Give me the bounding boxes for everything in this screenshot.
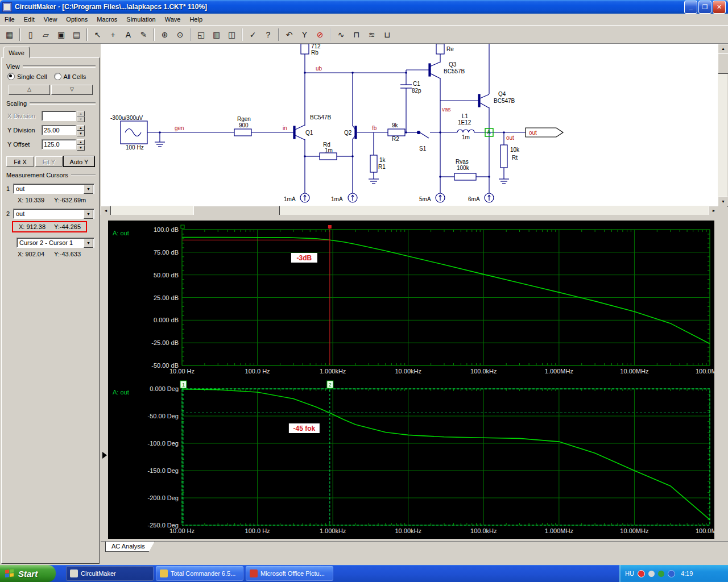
x-division-spinner[interactable]: ▲▼ bbox=[77, 111, 85, 121]
close-button[interactable]: ✕ bbox=[713, 1, 726, 14]
restore-button[interactable]: ❐ bbox=[698, 1, 712, 14]
part-browser-icon[interactable]: ▦ bbox=[2, 27, 17, 42]
volume-icon[interactable] bbox=[648, 571, 655, 577]
pulse-wave-icon[interactable]: ⊔ bbox=[379, 27, 395, 42]
x-tick-label: 10.00kHz bbox=[395, 368, 421, 375]
taskbar-clock[interactable]: 4:19 bbox=[681, 570, 693, 577]
menu-options[interactable]: Options bbox=[61, 14, 92, 24]
menu-simulation[interactable]: Simulation bbox=[122, 14, 160, 24]
start-button[interactable]: Start bbox=[0, 565, 56, 582]
x-division-input[interactable] bbox=[42, 111, 76, 121]
new-icon[interactable]: ▯ bbox=[23, 27, 38, 42]
menu-view[interactable]: View bbox=[39, 14, 62, 24]
zoom-fit-icon[interactable]: ▥ bbox=[209, 27, 224, 42]
y-tick-label: 75.00 dB bbox=[154, 249, 179, 256]
scroll-up-icon[interactable]: ▲ bbox=[718, 44, 728, 54]
y-offset-spinner[interactable]: ▲▼ bbox=[77, 139, 85, 149]
split-view-icon[interactable]: ◫ bbox=[224, 27, 239, 42]
stop-icon[interactable]: ⊘ bbox=[312, 27, 328, 42]
antivirus-icon[interactable] bbox=[638, 570, 645, 577]
schematic-label: 5mA bbox=[419, 196, 431, 202]
y-tick-label: 0.000 dB bbox=[154, 317, 179, 323]
y-tick-label: 0.000 Deg bbox=[150, 385, 179, 392]
x-tick-label: 1.000kHz bbox=[320, 527, 346, 534]
annotation-label: -45 fok bbox=[293, 425, 316, 433]
y-division-spinner[interactable]: ▲▼ bbox=[77, 125, 85, 135]
cursor-diff-select[interactable]: Cursor 2 - Cursor 1 ▼ bbox=[16, 238, 94, 248]
menu-macros[interactable]: Macros bbox=[92, 14, 122, 24]
wave-up-button[interactable]: △ bbox=[9, 85, 50, 95]
wire-tool-icon[interactable]: ✎ bbox=[136, 27, 151, 42]
print-icon[interactable]: ▤ bbox=[69, 27, 84, 42]
radio-single-cell[interactable] bbox=[7, 73, 15, 80]
schematic-vscrollbar[interactable]: ▲ ▼ bbox=[718, 44, 727, 206]
menu-wave[interactable]: Wave bbox=[160, 14, 185, 24]
chevron-down-icon[interactable]: ▼ bbox=[84, 210, 93, 219]
cursor2-readout-highlight: X: 912.38 Y:-44.265 bbox=[12, 221, 87, 232]
digital-wave-icon[interactable]: ⊓ bbox=[349, 27, 364, 42]
analog-wave-icon[interactable]: ∿ bbox=[333, 27, 349, 42]
schematic-label: BC547B bbox=[310, 114, 332, 120]
place-part-icon[interactable]: + bbox=[105, 27, 121, 42]
schematic-label: gen bbox=[175, 125, 184, 131]
menu-help[interactable]: Help bbox=[185, 14, 207, 24]
mixed-wave-icon[interactable]: ≋ bbox=[364, 27, 379, 42]
y-offset-label: Y Offset bbox=[7, 141, 42, 148]
run-check-icon[interactable]: ✓ bbox=[245, 27, 260, 42]
fit-y-button[interactable]: Fit Y bbox=[35, 156, 63, 167]
schematic-label: 1mA bbox=[331, 196, 343, 202]
y-tick-label: -150.0 Deg bbox=[148, 467, 179, 474]
y-division-input[interactable]: 25.00 bbox=[42, 125, 76, 135]
task-button-total-commander[interactable]: Total Commander 6.5... bbox=[156, 566, 243, 581]
x-tick-label: 10.00MHz bbox=[620, 368, 648, 375]
schematic-label: vas bbox=[442, 106, 451, 113]
fit-x-button[interactable]: Fit X bbox=[6, 156, 34, 167]
x-tick-label: 100.0kHz bbox=[470, 527, 497, 534]
schematic-canvas[interactable]: 712RbubReQ3BC557BC182pQ4BC547BvasL11E121… bbox=[101, 44, 718, 206]
open-icon[interactable]: ▱ bbox=[38, 27, 53, 42]
cursor1-signal-select[interactable]: out ▼ bbox=[13, 184, 94, 194]
schematic-label: Q3 bbox=[449, 61, 457, 68]
cursor1-index: 1 bbox=[6, 185, 13, 192]
wave-down-button[interactable]: ▽ bbox=[51, 85, 93, 95]
waveform-canvas[interactable]: 10.00 Hz100.0 Hz1.000kHz10.00kHz100.0kHz… bbox=[108, 221, 714, 539]
schematic-label: Rt bbox=[512, 155, 518, 161]
radio-all-cells[interactable] bbox=[54, 73, 61, 80]
cursor-handle[interactable] bbox=[328, 225, 332, 228]
vscroll-thumb[interactable] bbox=[718, 53, 728, 74]
chevron-down-icon[interactable]: ▼ bbox=[84, 239, 93, 248]
zoom-window-icon[interactable]: ◱ bbox=[193, 27, 209, 42]
schematic-label: C1 bbox=[413, 81, 420, 87]
menu-edit[interactable]: Edit bbox=[19, 14, 39, 24]
save-icon[interactable]: ▣ bbox=[53, 27, 69, 42]
schematic-hscrollbar[interactable]: ◄ ► bbox=[101, 206, 718, 215]
signal-label: A: out bbox=[113, 389, 129, 396]
messenger-icon[interactable] bbox=[668, 570, 675, 577]
select-tool-icon[interactable]: ↖ bbox=[90, 27, 105, 42]
probe-tool-icon[interactable]: Y bbox=[297, 27, 312, 42]
minimize-button[interactable]: _ bbox=[684, 1, 697, 14]
schematic-label: A bbox=[487, 129, 491, 135]
tab-ac-analysis[interactable]: AC Analysis bbox=[105, 542, 155, 552]
tab-wave[interactable]: Wave bbox=[3, 47, 30, 58]
text-tool-icon[interactable]: A bbox=[121, 27, 136, 42]
menu-file[interactable]: File bbox=[0, 14, 19, 24]
cursor2-signal-select[interactable]: out ▼ bbox=[13, 209, 94, 219]
help-icon[interactable]: ? bbox=[260, 27, 276, 42]
auto-y-button[interactable]: Auto Y bbox=[64, 156, 94, 167]
title-bar[interactable]: CircuitMaker - [C:\Program Files\...\ala… bbox=[0, 0, 728, 14]
task-button-ms-office-picture[interactable]: Microsoft Office Pictu... bbox=[246, 566, 333, 581]
task-button-circuitmaker[interactable]: CircuitMaker bbox=[66, 566, 154, 581]
zoom-in-icon[interactable]: ⊕ bbox=[157, 27, 172, 42]
pane-splitter-handle[interactable] bbox=[102, 452, 107, 459]
schematic-view[interactable]: 712RbubReQ3BC557BC182pQ4BC547BvasL11E121… bbox=[101, 44, 718, 206]
undo-icon[interactable]: ↶ bbox=[282, 27, 297, 42]
zoom-tool-icon[interactable]: ⊙ bbox=[172, 27, 188, 42]
language-indicator[interactable]: HU bbox=[625, 570, 634, 577]
y-offset-input[interactable]: 125.0 bbox=[42, 139, 76, 149]
ms-office-picture-icon bbox=[250, 569, 258, 577]
chevron-down-icon[interactable]: ▼ bbox=[84, 185, 93, 194]
toolbar-separator bbox=[154, 28, 155, 41]
wave-panel: Wave View Single Cell All Cells △ ▽ Scal… bbox=[1, 47, 100, 564]
network-icon[interactable] bbox=[658, 571, 664, 577]
